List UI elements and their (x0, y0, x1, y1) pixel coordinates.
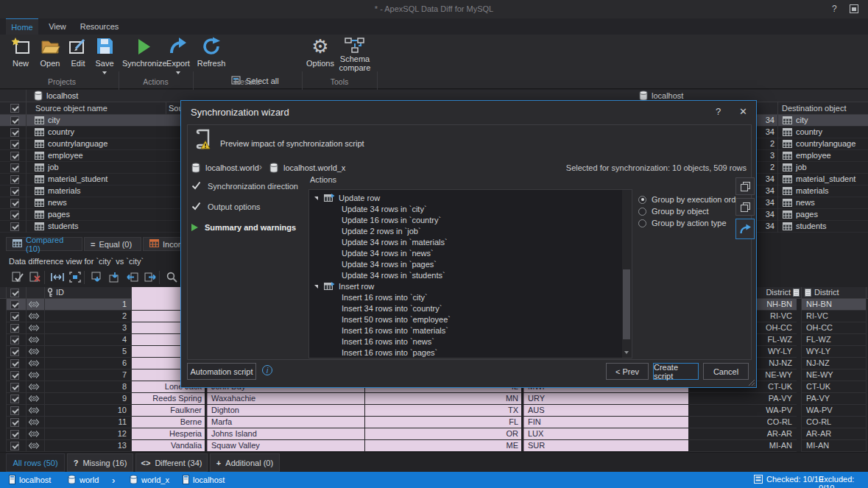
export-row-down-button[interactable] (88, 270, 105, 285)
create-script-button[interactable]: Create script (653, 363, 699, 380)
tree-action-row[interactable]: Update 34 rows in `materials` (309, 237, 618, 248)
open-button[interactable]: Open (35, 37, 65, 75)
search-button[interactable] (163, 270, 180, 285)
refresh-button[interactable]: Refresh (196, 37, 227, 75)
header-checkbox[interactable] (10, 289, 19, 297)
wizard-step-2[interactable]: Output options (191, 201, 261, 213)
check-rows-button[interactable] (9, 270, 26, 285)
select-all-objects-checkbox[interactable] (10, 104, 19, 113)
row-checkbox[interactable] (10, 395, 19, 403)
row-checkbox[interactable] (10, 187, 19, 196)
radio-group-by-execution-order[interactable]: Group by execution order (638, 194, 743, 205)
synchronize-button[interactable]: Synchronize (122, 37, 165, 75)
ribbon-tab-resources[interactable]: Resources (77, 18, 122, 35)
resize-grip[interactable] (748, 379, 755, 386)
row-checkbox[interactable] (10, 442, 19, 450)
new-button[interactable]: New (6, 37, 35, 75)
tree-action-row[interactable]: Insert 34 rows into `country` (309, 303, 618, 314)
tree-action-row[interactable]: Insert 50 rows into `employee` (309, 314, 618, 325)
row-checkbox[interactable] (10, 163, 19, 172)
row-checkbox[interactable] (10, 430, 19, 439)
tree-action-row[interactable]: Update 34 rows in `city` (309, 204, 618, 215)
row-filter-tab-all[interactable]: All rows (50) (6, 453, 65, 472)
radio-button[interactable] (638, 196, 646, 204)
row-checkbox[interactable] (10, 406, 19, 415)
row-checkbox[interactable] (10, 359, 19, 368)
row-checkbox[interactable] (10, 312, 19, 321)
wizard-step-1[interactable]: Synchronization direction (191, 180, 298, 192)
tree-action-row[interactable]: Insert 16 rows into `news` (309, 336, 618, 347)
export-actions-button[interactable] (735, 219, 755, 239)
row-checkbox[interactable] (10, 347, 19, 356)
row-checkbox[interactable] (10, 222, 19, 231)
save-button[interactable]: Save (91, 37, 118, 75)
ribbon-tab-view[interactable]: View (41, 18, 74, 35)
tree-action-row[interactable]: Update 16 rows in `country` (309, 215, 618, 226)
move-row-right-button[interactable] (141, 270, 158, 285)
tree-scrollbar-down-arrow[interactable] (623, 347, 630, 357)
export-button[interactable]: Export (165, 37, 191, 75)
copy-results-button[interactable] (735, 177, 755, 195)
wizard-step-3[interactable]: Summary and warnings (191, 222, 296, 233)
row-checkbox[interactable] (10, 128, 19, 137)
tree-expander-icon[interactable] (314, 197, 318, 200)
row-checkbox[interactable] (10, 140, 19, 149)
row-checkbox[interactable] (10, 383, 19, 392)
radio-group-by-object[interactable]: Group by object (638, 206, 709, 216)
expand-selection-button[interactable] (66, 270, 83, 285)
row-filter-tab-different[interactable]: <>Different (34) (135, 453, 208, 472)
tree-scrollbar-track[interactable] (622, 190, 632, 358)
tree-group-row[interactable]: Update row (309, 193, 618, 204)
edit-button[interactable]: Edit (65, 37, 91, 75)
uncheck-rows-button[interactable] (27, 270, 43, 285)
prev-button[interactable]: < Prev (606, 363, 649, 380)
row-checkbox[interactable] (10, 199, 19, 208)
row-checkbox[interactable] (10, 211, 19, 219)
import-row-down-button[interactable] (106, 270, 123, 285)
row-checkbox[interactable] (10, 418, 19, 427)
diff-grid-row[interactable]: 9Reeds SpringWaxahachieMNURYPA-VYPA-VY (0, 393, 868, 405)
window-menu-icon[interactable] (849, 4, 859, 15)
radio-button[interactable] (638, 208, 646, 216)
automation-script-button[interactable]: Automation script (187, 363, 256, 380)
result-tab-equals[interactable]: =Equal (0) (84, 237, 141, 251)
row-filter-tab-missing[interactable]: ?Missing (16) (67, 453, 133, 472)
copy-selection-button[interactable] (735, 198, 755, 216)
radio-group-by-action-type[interactable]: Group by action type (638, 218, 727, 228)
tree-scrollbar-thumb[interactable] (623, 269, 630, 339)
dialog-close-icon[interactable]: ✕ (739, 106, 747, 117)
options-button[interactable]: ⚙ Options (305, 37, 336, 75)
radio-button[interactable] (638, 219, 646, 227)
result-tab-compared-grid[interactable]: Compared (10) (6, 237, 82, 251)
tree-action-row[interactable]: Update 34 rows in `news` (309, 248, 618, 259)
tree-action-row[interactable]: Insert 16 rows into `pages` (309, 347, 618, 358)
tree-expander-icon[interactable] (314, 285, 318, 289)
export-dropdown-caret[interactable] (176, 71, 180, 74)
help-icon[interactable]: ? (832, 4, 837, 14)
diff-grid-row[interactable]: 10FaulknerDightonTXAUSWA-PVWA-PV (0, 405, 868, 417)
tree-action-row[interactable]: Update 34 rows in `students` (309, 270, 618, 281)
diff-grid-row[interactable]: 11BerneMarfaFLFINCO-RLCO-RL (0, 417, 868, 428)
tree-group-row[interactable]: Insert row (309, 281, 618, 292)
dialog-help-icon[interactable]: ? (716, 106, 721, 117)
row-checkbox[interactable] (10, 300, 19, 309)
row-checkbox[interactable] (10, 371, 19, 380)
row-checkbox[interactable] (10, 116, 19, 125)
row-checkbox[interactable] (10, 336, 19, 344)
row-checkbox[interactable] (10, 175, 19, 184)
diff-grid-row[interactable]: 12HesperiaJohns IslandORLUXAR-ARAR-AR (0, 428, 868, 440)
row-checkbox[interactable] (10, 152, 19, 160)
save-dropdown-caret[interactable] (102, 71, 107, 74)
move-row-left-button[interactable] (124, 270, 141, 285)
diff-grid-row[interactable]: 13VandaliaSquaw ValleyMESURMI-ANMI-AN (0, 440, 868, 452)
row-filter-tab-additional[interactable]: +Additional (0) (210, 453, 280, 472)
tree-action-row[interactable]: Update 2 rows in `job` (309, 226, 618, 237)
tree-action-row[interactable]: Insert 16 rows into `materials` (309, 325, 618, 336)
ribbon-tab-home[interactable]: Home (6, 18, 38, 35)
row-checkbox[interactable] (10, 324, 19, 333)
info-icon[interactable]: i (262, 365, 272, 375)
tree-action-row[interactable]: Update 34 rows in `pages` (309, 259, 618, 270)
fit-columns-button[interactable] (49, 270, 66, 285)
tree-action-row[interactable]: Insert 16 rows into `city` (309, 292, 618, 303)
cancel-button[interactable]: Cancel (703, 363, 749, 380)
